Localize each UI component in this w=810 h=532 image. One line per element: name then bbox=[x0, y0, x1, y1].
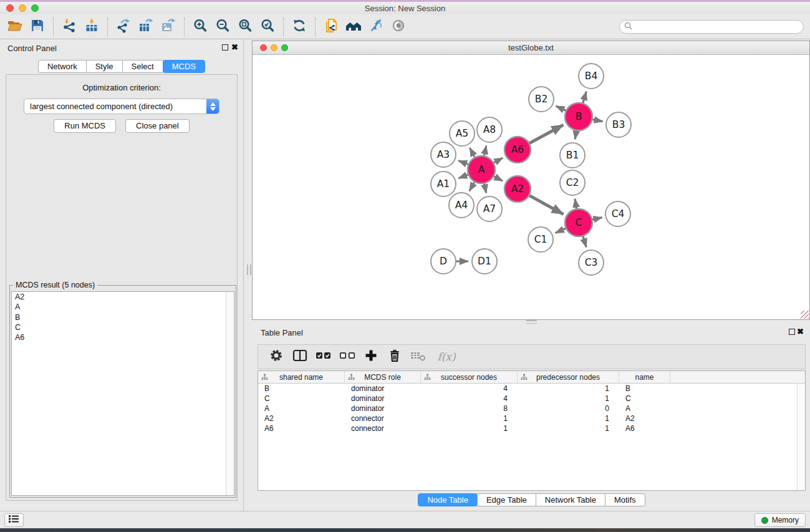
graph-edge-A-A1[interactable] bbox=[458, 175, 468, 178]
memory-button[interactable]: Memory bbox=[755, 513, 806, 527]
tab-select[interactable]: Select bbox=[122, 60, 163, 73]
zoom-selected-button[interactable] bbox=[256, 16, 279, 37]
column-header-shared-name[interactable]: shared name bbox=[258, 371, 345, 383]
graph-edge-C-C4[interactable] bbox=[592, 218, 602, 220]
graph-node-A6[interactable]: A6 bbox=[504, 137, 531, 163]
export-table-button[interactable] bbox=[135, 16, 157, 37]
select-all-button[interactable] bbox=[314, 347, 333, 366]
graph-edge-B-B2[interactable] bbox=[556, 106, 567, 111]
list-scrollbar[interactable] bbox=[226, 292, 234, 495]
graph-edge-A-A3[interactable] bbox=[458, 161, 468, 165]
zoom-window-button[interactable] bbox=[31, 4, 39, 12]
graph-edge-A-A6[interactable] bbox=[493, 158, 503, 163]
graph-node-A[interactable]: A bbox=[468, 156, 495, 183]
graph-node-A7[interactable]: A7 bbox=[477, 196, 502, 221]
delete-table-button[interactable] bbox=[409, 347, 428, 366]
graph-node-B1[interactable]: B1 bbox=[560, 143, 585, 168]
network-minimize-button[interactable] bbox=[271, 44, 277, 51]
graph-node-A5[interactable]: A5 bbox=[450, 121, 475, 146]
add-column-button[interactable] bbox=[362, 347, 380, 366]
search-field[interactable] bbox=[619, 20, 804, 34]
graph-node-B4[interactable]: B4 bbox=[579, 64, 604, 89]
zoom-out-button[interactable] bbox=[211, 16, 234, 37]
graph-node-B[interactable]: B bbox=[565, 103, 592, 130]
close-window-button[interactable] bbox=[6, 4, 14, 12]
network-window-titlebar[interactable]: testGlobe.txt bbox=[253, 41, 809, 55]
mcds-result-item[interactable]: A2 bbox=[12, 292, 234, 302]
home-button[interactable] bbox=[342, 16, 365, 37]
mcds-result-item[interactable]: A bbox=[12, 302, 234, 312]
table-settings-button[interactable] bbox=[267, 347, 286, 366]
network-canvas[interactable]: B4B2BB3A8A5A6A3B1AC2A1A2A4A7C4CC1C3DD1 bbox=[253, 55, 809, 319]
close-panel-button[interactable]: Close panel bbox=[125, 119, 190, 133]
graph-edge-A-A2[interactable] bbox=[493, 176, 503, 181]
table-row[interactable]: A6connector11A6 bbox=[258, 423, 805, 433]
task-history-button[interactable] bbox=[4, 513, 24, 527]
table-row[interactable]: Adominator80A bbox=[258, 404, 805, 414]
tab-motifs[interactable]: Motifs bbox=[605, 493, 645, 506]
float-panel-icon[interactable] bbox=[789, 329, 795, 335]
split-table-button[interactable] bbox=[291, 347, 309, 366]
graph-edge-C-C2[interactable] bbox=[575, 199, 577, 210]
close-panel-icon[interactable]: ✖ bbox=[231, 42, 238, 52]
mcds-result-item[interactable]: A6 bbox=[12, 332, 234, 342]
column-header-name[interactable]: name bbox=[619, 371, 670, 383]
refresh-button[interactable] bbox=[288, 16, 311, 37]
column-header-predecessor-nodes[interactable]: predecessor nodes bbox=[518, 371, 619, 383]
zoom-in-button[interactable] bbox=[189, 16, 211, 37]
table-row[interactable]: Bdominator41B bbox=[258, 384, 805, 394]
graph-node-C2[interactable]: C2 bbox=[560, 170, 585, 195]
export-image-button[interactable] bbox=[157, 16, 180, 37]
open-session-button[interactable] bbox=[4, 16, 26, 37]
graph-node-D[interactable]: D bbox=[431, 249, 456, 274]
graph-node-C3[interactable]: C3 bbox=[579, 250, 604, 275]
network-graph[interactable]: B4B2BB3A8A5A6A3B1AC2A1A2A4A7C4CC1C3DD1 bbox=[253, 55, 809, 319]
tab-edge-table[interactable]: Edge Table bbox=[477, 493, 536, 506]
column-header-successor-nodes[interactable]: successor nodes bbox=[421, 371, 518, 383]
import-network-button[interactable] bbox=[58, 16, 80, 37]
network-close-button[interactable] bbox=[260, 44, 267, 51]
tab-node-table[interactable]: Node Table bbox=[418, 493, 478, 506]
equation-builder-button[interactable]: f(x) bbox=[433, 347, 460, 366]
graph-edge-A2-C[interactable] bbox=[529, 195, 563, 214]
window-resize-handle[interactable] bbox=[801, 311, 809, 319]
tab-network[interactable]: Network bbox=[38, 60, 87, 73]
graph-edge-A-A7[interactable] bbox=[484, 183, 486, 193]
graph-node-A3[interactable]: A3 bbox=[431, 142, 456, 167]
search-input[interactable] bbox=[635, 21, 803, 32]
graph-edge-B-B4[interactable] bbox=[582, 92, 586, 104]
close-panel-icon[interactable]: ✖ bbox=[797, 327, 804, 337]
run-mcds-button[interactable]: Run MCDS bbox=[54, 119, 116, 133]
table-row[interactable]: Cdominator41C bbox=[258, 394, 805, 404]
graph-edge-B-B3[interactable] bbox=[592, 119, 603, 121]
graph-node-D1[interactable]: D1 bbox=[472, 249, 497, 274]
tab-style[interactable]: Style bbox=[86, 60, 123, 73]
graph-node-A8[interactable]: A8 bbox=[477, 117, 502, 142]
table-row[interactable]: A2connector11A2 bbox=[258, 414, 805, 423]
tab-mcds[interactable]: MCDS bbox=[163, 60, 205, 73]
network-zoom-button[interactable] bbox=[281, 44, 288, 51]
zoom-fit-button[interactable] bbox=[234, 16, 256, 37]
column-header-MCDS-role[interactable]: MCDS role bbox=[345, 371, 421, 383]
minimize-window-button[interactable] bbox=[19, 4, 26, 12]
deselect-all-button[interactable] bbox=[338, 347, 357, 366]
graph-edge-C-C1[interactable] bbox=[556, 228, 566, 233]
vertical-splitter-handle[interactable] bbox=[247, 264, 251, 275]
graph-node-C1[interactable]: C1 bbox=[528, 227, 553, 252]
function-toggle-button[interactable]: f bbox=[365, 16, 387, 37]
graph-edge-A-A5[interactable] bbox=[470, 148, 475, 158]
graph-edge-A-A4[interactable] bbox=[470, 181, 475, 191]
graph-node-B3[interactable]: B3 bbox=[606, 112, 631, 137]
show-graphics-details-button[interactable] bbox=[387, 16, 410, 37]
graph-edge-A-A8[interactable] bbox=[484, 145, 486, 156]
mcds-result-item[interactable]: C bbox=[12, 322, 234, 332]
save-session-button[interactable] bbox=[26, 16, 49, 37]
float-panel-icon[interactable] bbox=[222, 44, 228, 51]
graph-edge-B-B1[interactable] bbox=[575, 130, 576, 140]
graph-node-C4[interactable]: C4 bbox=[605, 201, 630, 226]
graph-node-B2[interactable]: B2 bbox=[529, 87, 554, 112]
graph-edge-C-C3[interactable] bbox=[583, 236, 587, 247]
delete-column-button[interactable] bbox=[385, 347, 404, 366]
import-table-button[interactable] bbox=[80, 16, 103, 37]
mcds-result-item[interactable]: B bbox=[12, 312, 234, 322]
